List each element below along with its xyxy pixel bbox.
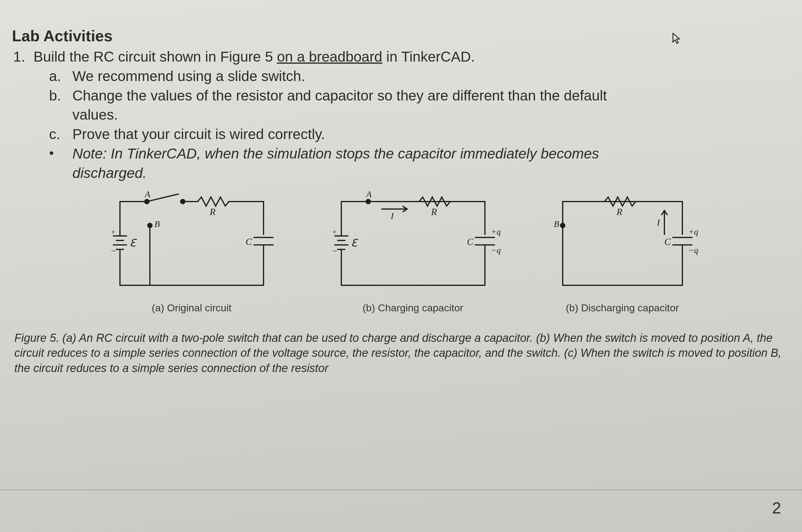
svg-text:B: B (554, 219, 559, 229)
list-text: Change the values of the resistor and ca… (72, 86, 607, 106)
text-line: Change the values of the resistor and ca… (72, 88, 607, 103)
svg-text:−q: −q (491, 246, 501, 255)
svg-text:A: A (366, 189, 372, 199)
svg-text:A: A (144, 189, 150, 199)
list-text: Prove that your circuit is wired correct… (72, 125, 325, 144)
svg-text:−q: −q (688, 246, 698, 255)
sub-item-note-cont: discharged. (49, 164, 790, 183)
sub-item-b-cont: values. (49, 105, 790, 125)
circuit-a-caption: (a) Original circuit (152, 302, 231, 314)
sub-list: a. We recommend using a slide switch. b.… (48, 67, 790, 183)
list-marker-empty (49, 164, 64, 183)
list-marker: a. (49, 67, 64, 86)
circuit-b-svg: + − Ɛ A I R (323, 187, 503, 300)
circuit-a: + − Ɛ A B (102, 187, 281, 314)
svg-text:Ɛ: Ɛ (351, 238, 358, 248)
list-marker: 1. (13, 47, 26, 67)
circuit-c: B R C +q −q I (545, 187, 700, 314)
list-item-1: 1. Build the RC circuit shown in Figure … (13, 47, 790, 67)
sub-item-a: a. We recommend using a slide switch. (49, 67, 790, 86)
svg-point-5 (148, 223, 152, 228)
list-text: discharged. (72, 164, 147, 183)
figure-5-caption: Figure 5. (a) An RC circuit with a two-p… (12, 330, 790, 376)
svg-text:+: + (332, 228, 337, 236)
circuit-b-caption: (b) Charging capacitor (362, 302, 463, 314)
svg-point-13 (366, 200, 370, 204)
list-text: values. (72, 105, 118, 125)
sub-item-note: • Note: In TinkerCAD, when the simulatio… (49, 144, 790, 164)
text-underlined: on a breadboard (277, 49, 382, 64)
horizontal-rule (0, 490, 802, 490)
figure-row: + − Ɛ A B (12, 187, 790, 314)
svg-text:C: C (246, 236, 252, 247)
svg-text:R: R (209, 206, 216, 217)
text-post: in TinkerCAD. (382, 49, 475, 64)
circuit-c-svg: B R C +q −q I (545, 187, 700, 300)
bullet-icon: • (49, 144, 64, 164)
document-page: Lab Activities 1. Build the RC circuit s… (0, 0, 802, 532)
list-marker-empty (49, 105, 64, 125)
svg-text:−: − (111, 246, 116, 256)
sub-item-c: c. Prove that your circuit is wired corr… (49, 125, 790, 144)
list-text: We recommend using a slide switch. (72, 67, 305, 86)
svg-text:I: I (390, 211, 394, 221)
svg-text:+q: +q (688, 227, 698, 236)
svg-text:C: C (467, 236, 473, 247)
svg-text:−: − (332, 246, 337, 256)
svg-text:R: R (431, 206, 437, 217)
text-pre: Build the RC circuit shown in Figure 5 (34, 49, 277, 64)
cursor-pointer-icon (672, 32, 682, 45)
svg-text:Ɛ: Ɛ (130, 238, 137, 248)
circuit-b: + − Ɛ A I R (323, 187, 503, 314)
circuit-c-caption: (b) Discharging capacitor (566, 302, 679, 314)
svg-text:R: R (616, 206, 622, 217)
list-marker: b. (49, 86, 64, 106)
page-number: 2 (772, 498, 781, 517)
list-text: Note: In TinkerCAD, when the simulation … (72, 144, 599, 164)
svg-text:+q: +q (491, 227, 501, 236)
sub-item-b: b. Change the values of the resistor and… (49, 86, 790, 106)
svg-text:+: + (111, 228, 115, 236)
svg-text:B: B (154, 219, 160, 229)
circuit-a-svg: + − Ɛ A B (102, 187, 281, 300)
svg-text:C: C (665, 236, 671, 247)
list-text: Build the RC circuit shown in Figure 5 o… (34, 47, 475, 67)
svg-text:I: I (657, 217, 660, 227)
list-marker: c. (49, 125, 64, 144)
